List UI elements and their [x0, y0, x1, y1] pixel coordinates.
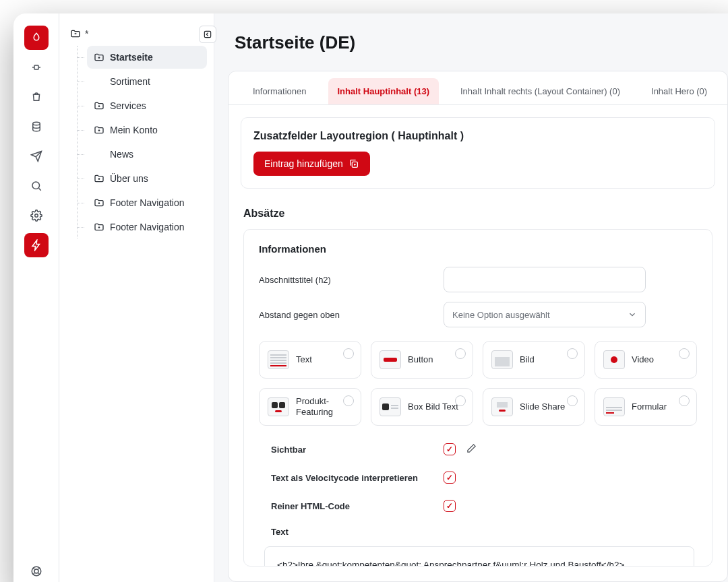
- zusatzfelder-heading: Zusatzfelder Layoutregion ( Hauptinhalt …: [253, 130, 702, 142]
- thumb-video-icon: [603, 350, 625, 369]
- svg-point-2: [32, 182, 40, 189]
- tree-item-services[interactable]: Services: [87, 94, 207, 117]
- component-label: Box Bild Text: [408, 401, 458, 412]
- app-window: * Startseite Sortiment Services Mein Kon…: [13, 13, 728, 582]
- svg-point-1: [32, 122, 40, 125]
- page-tree-panel: * Startseite Sortiment Services Mein Kon…: [59, 13, 214, 582]
- checkbox-velocity[interactable]: ✓: [444, 472, 456, 484]
- row-velocity: Text als Velocitycode interpretieren ✓: [271, 463, 697, 492]
- svg-point-3: [34, 214, 38, 218]
- tree-item-label: Mein Konto: [110, 125, 158, 135]
- row-abschnittstitel: Abschnittstitel (h2): [259, 267, 697, 292]
- label-text: Text: [259, 520, 697, 542]
- database-icon[interactable]: [24, 115, 49, 139]
- radio-icon: [679, 395, 690, 406]
- checkbox-html[interactable]: ✓: [444, 500, 456, 512]
- label-abstand: Abstand gegen oben: [259, 310, 427, 320]
- tree-root-label: *: [85, 28, 88, 39]
- search-icon[interactable]: [24, 174, 49, 198]
- icon-rail: [13, 13, 59, 582]
- component-video[interactable]: Video: [595, 341, 697, 379]
- tab-informationen[interactable]: Informationen: [243, 78, 316, 104]
- component-formular[interactable]: Formular: [595, 388, 697, 426]
- component-box-bild-text[interactable]: Box Bild Text: [371, 388, 473, 426]
- row-html: Reiner HTML-Code ✓: [271, 492, 697, 520]
- tab-inhalt-hero[interactable]: Inhalt Hero (0): [642, 78, 717, 104]
- tab-inhalt-rechts[interactable]: Inhalt Inhalt rechts (Layout Container) …: [451, 78, 630, 104]
- thumb-slide-icon: [491, 397, 513, 416]
- thumb-box-icon: [380, 397, 401, 416]
- gear-icon[interactable]: [24, 203, 49, 228]
- select-abstand[interactable]: Keine Option ausgewählt: [444, 302, 646, 327]
- row-sichtbar: Sichtbar ✓: [271, 435, 697, 463]
- checkbox-sichtbar[interactable]: ✓: [444, 443, 456, 455]
- component-button[interactable]: Button: [371, 341, 473, 379]
- component-picker: Text Button Bild Vid: [259, 341, 697, 426]
- thumb-button-icon: [380, 350, 401, 369]
- component-label: Slide Share: [520, 401, 565, 412]
- informationen-heading: Informationen: [259, 243, 697, 255]
- tree-item-label: Footer Navigation: [110, 197, 185, 208]
- bag-icon[interactable]: [24, 85, 49, 109]
- component-bild[interactable]: Bild: [483, 341, 585, 379]
- svg-rect-0: [34, 65, 38, 69]
- check-options: Sichtbar ✓ Text als Velocitycode interpr…: [259, 435, 697, 520]
- radio-icon: [455, 348, 466, 359]
- editor-line-1: <h2>Ihre &quot;kompetenten&quot; Ansprec…: [277, 558, 681, 567]
- tree-item-footer-nav-2[interactable]: Footer Navigation: [87, 216, 207, 238]
- page-header: Startseite (DE): [214, 13, 728, 59]
- thumb-image-icon: [491, 350, 513, 369]
- tree-item-mein-konto[interactable]: Mein Konto: [87, 119, 207, 141]
- tree-item-label: Über uns: [110, 173, 148, 184]
- tree-list: Startseite Sortiment Services Mein Konto…: [77, 46, 207, 238]
- component-label: Text: [296, 354, 312, 365]
- tree-item-footer-nav-1[interactable]: Footer Navigation: [87, 191, 207, 214]
- zusatzfelder-panel: Zusatzfelder Layoutregion ( Hauptinhalt …: [241, 117, 715, 189]
- tree-item-ueber-uns[interactable]: Über uns: [87, 167, 207, 190]
- html-editor[interactable]: <h2>Ihre &quot;kompetenten&quot; Ansprec…: [264, 546, 694, 567]
- component-label: Bild: [520, 354, 535, 365]
- tree-item-label: Startseite: [110, 52, 153, 63]
- tree-item-startseite[interactable]: Startseite: [87, 46, 207, 69]
- bolt-icon[interactable]: [24, 233, 49, 257]
- input-abschnittstitel[interactable]: [444, 267, 646, 292]
- page-title: Startseite (DE): [235, 32, 721, 53]
- collapse-tree-button[interactable]: [199, 26, 216, 43]
- select-abstand-value: Keine Option ausgewählt: [452, 310, 550, 320]
- send-icon[interactable]: [24, 144, 49, 168]
- chevron-down-icon: [628, 310, 637, 319]
- svg-point-5: [34, 569, 38, 573]
- component-produkt-featuring[interactable]: Produkt-Featuring: [259, 388, 361, 426]
- thumb-product-icon: [268, 397, 289, 416]
- copy-plus-icon: [348, 158, 359, 169]
- label-abschnittstitel: Abschnittstitel (h2): [259, 275, 427, 285]
- row-abstand: Abstand gegen oben Keine Option ausgewäh…: [259, 302, 697, 327]
- absatz-editor: Informationen Abschnittstitel (h2) Absta…: [243, 229, 712, 567]
- section-absaetze-title: Absätze: [229, 201, 727, 220]
- radio-icon: [679, 348, 690, 359]
- tree-item-sortiment[interactable]: Sortiment: [87, 70, 207, 93]
- tree-item-label: News: [110, 149, 133, 160]
- edit-icon[interactable]: [466, 443, 477, 455]
- brand-logo-icon[interactable]: [24, 26, 49, 50]
- label-velocity: Text als Velocitycode interpretieren: [271, 473, 433, 483]
- radio-icon: [567, 348, 578, 359]
- add-entry-button[interactable]: Eintrag hinzufügen: [253, 152, 370, 176]
- tree-root[interactable]: *: [69, 26, 207, 42]
- main-content: Startseite (DE) Informationen Inhalt Hau…: [214, 13, 728, 582]
- tree-item-label: Sortiment: [110, 76, 150, 87]
- module-icon[interactable]: [24, 55, 49, 79]
- help-icon[interactable]: [24, 559, 49, 582]
- radio-icon: [567, 395, 578, 406]
- thumb-text-icon: [268, 350, 289, 369]
- svg-rect-6: [204, 31, 210, 37]
- component-label: Formular: [632, 401, 667, 412]
- tab-inhalt-hauptinhalt[interactable]: Inhalt Hauptinhalt (13): [328, 78, 439, 104]
- tabbar: Informationen Inhalt Hauptinhalt (13) In…: [229, 71, 727, 105]
- label-sichtbar: Sichtbar: [271, 445, 433, 455]
- component-text[interactable]: Text: [259, 341, 361, 379]
- label-html: Reiner HTML-Code: [271, 501, 433, 511]
- tree-item-news[interactable]: News: [87, 143, 207, 166]
- component-slide-share[interactable]: Slide Share: [483, 388, 585, 426]
- radio-icon: [343, 395, 354, 406]
